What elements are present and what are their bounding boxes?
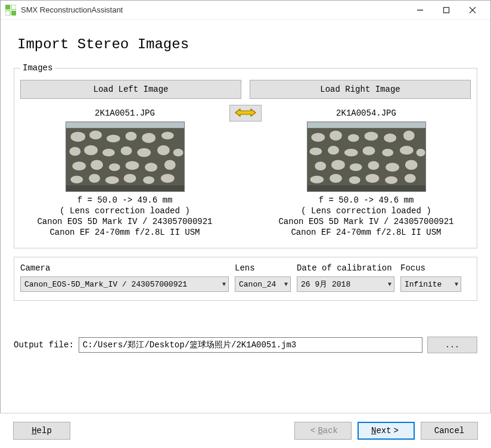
focus-label: Focus xyxy=(400,263,461,273)
next-button[interactable]: Next>Next xyxy=(358,422,415,440)
window-title: SMX ReconstructionAssistant xyxy=(21,5,407,14)
svg-point-58 xyxy=(309,175,324,183)
lens-select-value: Canon_24 xyxy=(239,280,276,289)
svg-rect-1 xyxy=(11,5,16,10)
svg-point-40 xyxy=(329,130,342,141)
svg-point-14 xyxy=(125,132,137,141)
focus-select-value: Infinite xyxy=(405,280,442,289)
svg-point-62 xyxy=(384,176,397,184)
help-button[interactable]: HHelpelp xyxy=(13,422,70,440)
svg-point-19 xyxy=(102,148,115,157)
swap-button[interactable] xyxy=(229,105,262,122)
camera-select-value: Canon_EOS-5D_Mark_IV / 243057000921 xyxy=(24,280,187,289)
left-lens-correction: ( Lens correction loaded ) xyxy=(24,206,226,216)
svg-rect-0 xyxy=(5,5,10,10)
load-left-button[interactable]: Load Left Image xyxy=(20,80,241,99)
svg-point-46 xyxy=(327,145,339,155)
focus-select[interactable]: Infinite ▼ xyxy=(400,276,461,292)
svg-point-29 xyxy=(164,160,176,170)
date-select[interactable]: 26 9月 2018 ▼ xyxy=(297,276,394,292)
left-camera: Canon EOS 5D Mark IV / 243057000921 xyxy=(24,217,226,226)
right-lens: Canon EF 24-70mm f/2.8L II USM xyxy=(265,228,467,237)
svg-point-33 xyxy=(123,174,136,183)
svg-point-21 xyxy=(136,148,151,157)
svg-point-41 xyxy=(347,134,359,142)
svg-point-12 xyxy=(89,130,102,140)
load-right-button[interactable]: Load Right Image xyxy=(250,80,471,99)
calibration-group: Camera Canon_EOS-5D_Mark_IV / 2430570009… xyxy=(14,257,477,301)
svg-point-25 xyxy=(90,160,103,170)
output-label: Output file: xyxy=(14,340,74,350)
left-filename: 2K1A0051.JPG xyxy=(24,108,226,118)
svg-point-39 xyxy=(310,133,325,142)
right-image-panel: 2K1A0054.JPG f = 50.0 -> 49 xyxy=(262,104,471,241)
svg-point-11 xyxy=(70,132,85,142)
swap-horizontal-icon xyxy=(233,107,258,120)
camera-label: Camera xyxy=(20,263,229,273)
left-lens: Canon EF 24-70mm f/2.8L II USM xyxy=(24,228,226,237)
browse-button[interactable]: ... xyxy=(427,337,477,353)
left-image-panel: 2K1A0051.JPG f = 50.0 -> 49 xyxy=(20,104,229,241)
right-filename: 2K1A0054.JPG xyxy=(265,108,467,118)
svg-point-34 xyxy=(142,176,154,184)
svg-point-28 xyxy=(144,163,157,172)
chevron-down-icon: ▼ xyxy=(455,281,458,288)
svg-point-61 xyxy=(365,174,380,183)
page-title: Import Stereo Images xyxy=(17,36,477,52)
svg-point-55 xyxy=(367,161,379,170)
images-group: Images Load Left Image Load Right Image … xyxy=(14,63,477,248)
right-thumbnail xyxy=(307,122,426,192)
svg-point-31 xyxy=(88,174,100,183)
cancel-button[interactable]: Cancel xyxy=(421,422,478,440)
svg-point-60 xyxy=(349,176,361,184)
svg-rect-38 xyxy=(307,185,425,191)
svg-point-44 xyxy=(403,130,415,141)
svg-point-30 xyxy=(70,175,83,183)
svg-point-13 xyxy=(106,135,120,143)
svg-point-24 xyxy=(72,161,86,171)
lens-label: Lens xyxy=(235,263,291,273)
svg-point-23 xyxy=(173,148,184,157)
right-focal: f = 50.0 -> 49.6 mm xyxy=(265,195,467,205)
svg-point-49 xyxy=(381,148,393,157)
svg-rect-37 xyxy=(307,122,425,128)
app-icon xyxy=(5,5,16,15)
maximize-button[interactable] xyxy=(433,2,459,18)
svg-point-16 xyxy=(161,132,174,140)
svg-point-53 xyxy=(331,160,345,170)
chevron-down-icon: ▼ xyxy=(284,281,288,288)
date-select-value: 26 9月 2018 xyxy=(301,279,350,290)
svg-rect-9 xyxy=(66,122,184,128)
svg-point-26 xyxy=(108,163,120,172)
titlebar: SMX ReconstructionAssistant xyxy=(1,1,490,20)
svg-point-42 xyxy=(364,132,378,141)
right-lens-correction: ( Lens correction loaded ) xyxy=(265,206,467,216)
output-file-input[interactable] xyxy=(79,337,422,353)
chevron-down-icon: ▼ xyxy=(388,281,391,288)
wizard-footer: HHelpelp <BackBack Next>Next Cancel xyxy=(0,413,491,448)
images-legend: Images xyxy=(20,63,55,73)
left-focal: f = 50.0 -> 49.6 mm xyxy=(24,195,226,205)
back-button[interactable]: <BackBack xyxy=(294,422,352,440)
svg-point-20 xyxy=(120,146,132,155)
lens-select[interactable]: Canon_24 ▼ xyxy=(235,276,291,292)
svg-point-27 xyxy=(125,161,139,170)
svg-point-48 xyxy=(362,146,375,155)
svg-point-35 xyxy=(160,174,175,183)
svg-point-59 xyxy=(329,174,342,183)
svg-point-18 xyxy=(83,145,98,155)
svg-point-51 xyxy=(416,148,425,157)
svg-point-47 xyxy=(344,148,358,157)
svg-rect-10 xyxy=(66,185,184,191)
svg-point-50 xyxy=(399,145,414,155)
svg-point-54 xyxy=(349,163,362,172)
svg-rect-5 xyxy=(444,7,449,13)
svg-point-63 xyxy=(404,174,416,183)
minimize-button[interactable] xyxy=(407,2,433,18)
close-button[interactable] xyxy=(459,2,486,18)
svg-point-15 xyxy=(141,133,156,144)
camera-select[interactable]: Canon_EOS-5D_Mark_IV / 243057000921 ▼ xyxy=(20,276,229,292)
svg-rect-2 xyxy=(5,11,10,15)
svg-point-17 xyxy=(69,147,80,156)
right-camera: Canon EOS 5D Mark IV / 243057000921 xyxy=(265,217,467,226)
